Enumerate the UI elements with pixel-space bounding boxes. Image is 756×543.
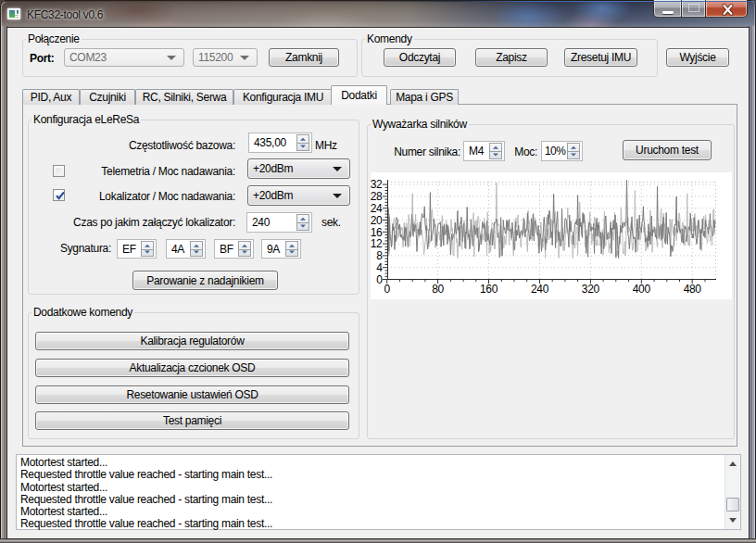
svg-text:480: 480 [684, 283, 702, 296]
svg-text:8: 8 [376, 249, 383, 262]
svg-text:4: 4 [376, 261, 383, 274]
svg-text:16: 16 [371, 226, 383, 239]
svg-text:32: 32 [371, 178, 383, 191]
svg-text:240: 240 [531, 283, 549, 296]
svg-text:28: 28 [371, 190, 383, 203]
svg-text:0: 0 [384, 283, 391, 296]
svg-text:160: 160 [480, 283, 498, 296]
svg-text:12: 12 [371, 237, 383, 250]
svg-text:80: 80 [432, 283, 444, 296]
svg-text:400: 400 [633, 283, 651, 296]
svg-text:20: 20 [371, 214, 383, 227]
svg-text:320: 320 [582, 283, 600, 296]
svg-text:0: 0 [376, 273, 383, 286]
svg-text:24: 24 [371, 202, 383, 215]
